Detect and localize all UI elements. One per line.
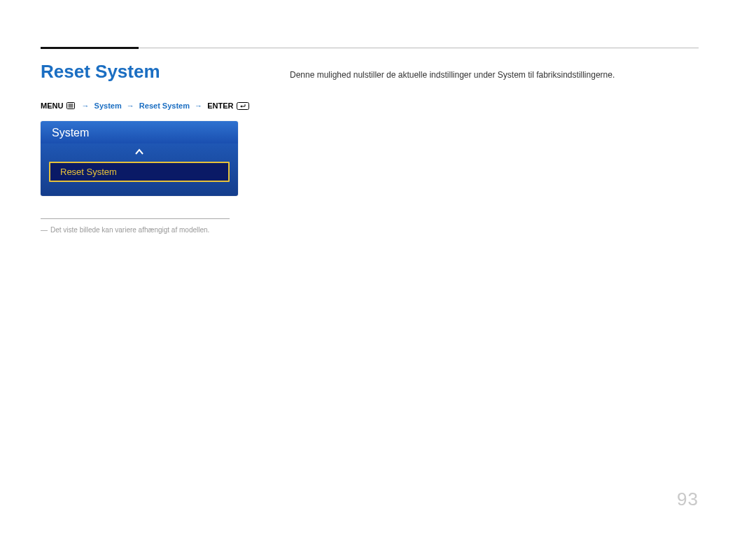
enter-icon (237, 102, 249, 111)
footnote-rule (41, 218, 230, 219)
scroll-up-icon[interactable] (49, 148, 230, 162)
description-text: Denne mulighed nulstiller de aktuelle in… (290, 69, 699, 81)
osd-panel-title: System (41, 121, 238, 143)
footnote: ―Det viste billede kan variere afhængigt… (41, 226, 251, 234)
section-title: Reset System (41, 62, 251, 82)
menu-breadcrumb: MENU → System → Reset System → ENTER (41, 101, 251, 111)
left-column: Reset System MENU → System → Reset Syste… (41, 62, 251, 234)
breadcrumb-arrow: → (127, 101, 134, 110)
breadcrumb-menu-label: MENU (41, 101, 63, 110)
page-number: 93 (677, 489, 699, 510)
right-column: Denne mulighed nulstiller de aktuelle in… (290, 62, 699, 234)
breadcrumb-arrow: → (195, 101, 202, 110)
breadcrumb-step-reset: Reset System (139, 101, 190, 110)
menu-icon (66, 102, 75, 109)
breadcrumb-enter-label: ENTER (207, 101, 233, 110)
footnote-dash: ― (41, 226, 48, 234)
footnote-text: Det viste billede kan variere afhængigt … (50, 226, 209, 234)
breadcrumb-arrow: → (82, 101, 90, 110)
content-area: Reset System MENU → System → Reset Syste… (41, 41, 699, 234)
osd-panel-body: Reset System (41, 143, 238, 196)
manual-page: Reset System MENU → System → Reset Syste… (0, 0, 756, 534)
breadcrumb-step-system: System (94, 101, 122, 110)
osd-item-reset-system[interactable]: Reset System (49, 162, 230, 182)
osd-panel: System Reset System (41, 121, 238, 196)
